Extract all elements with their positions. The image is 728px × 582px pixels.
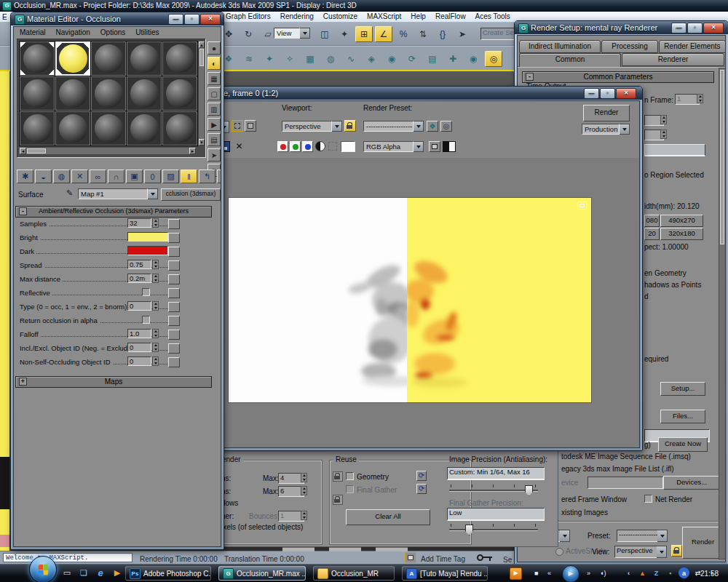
render-last-icon[interactable]: ◎ (485, 51, 502, 67)
resolution-preset-button-3[interactable]: 20 (644, 228, 660, 240)
clear-all-button[interactable]: Clear All (346, 509, 430, 525)
wmp-stop-button[interactable]: ■ (534, 570, 538, 577)
maximize-button[interactable]: ▫ (184, 14, 199, 25)
resolution-preset-button-2[interactable]: 490x270 (660, 215, 703, 227)
backlight-icon[interactable]: ◐ (207, 57, 221, 70)
refractions-spinner[interactable] (301, 486, 307, 495)
param-map-button[interactable] (168, 288, 180, 298)
param-spinner[interactable] (152, 329, 159, 338)
add-time-tag-label[interactable]: Add Time Tag (421, 555, 465, 563)
tray-app4-icon[interactable]: a (678, 567, 689, 578)
lock-icon[interactable] (333, 471, 343, 482)
slider-thumb[interactable] (525, 485, 533, 496)
clear-color-swatch[interactable] (341, 141, 355, 152)
param-spinner[interactable] (152, 343, 159, 352)
extras-toolbar-icon-3[interactable]: ✦ (261, 51, 278, 67)
extras-toolbar-icon-10[interactable]: ⟳ (403, 51, 421, 67)
skip-existing-fragment[interactable]: xisting Images (561, 509, 608, 517)
maximize-button[interactable]: ▫ (600, 88, 615, 99)
lock-icon[interactable] (333, 495, 343, 505)
tab-processing[interactable]: Processing (601, 40, 658, 53)
close-button[interactable]: ✕ (703, 23, 724, 33)
set-key-icon[interactable] (477, 554, 494, 562)
taskbar-task-occlusion-mr[interactable]: Occlusion_MR (313, 566, 395, 581)
rendered-frame-window-fragment[interactable]: ered Frame Window (561, 495, 627, 503)
wmp-next-button[interactable]: » (587, 570, 590, 577)
material-sample-slot[interactable] (55, 76, 90, 111)
param-value-field[interactable]: 0.2m (127, 274, 151, 283)
devices-button[interactable]: Devices... (663, 476, 720, 490)
material-sample-slot[interactable] (162, 111, 197, 146)
wmp-play-button[interactable]: ▶ (562, 565, 579, 582)
window-switcher-icon[interactable]: ❏ (78, 567, 90, 578)
review-render-icon[interactable]: ◉ (464, 51, 482, 67)
material-name-combo[interactable]: Map #1 (78, 188, 158, 199)
extras-toolbar-icon-5[interactable]: ▦ (301, 51, 319, 67)
assign-material-icon[interactable]: ◍ (53, 170, 70, 183)
material-editor-title-bar[interactable]: G Material Editor - Occlusion — ▫ ✕ (11, 12, 223, 25)
menu-item-maxscript[interactable]: MAXScript (367, 12, 401, 20)
viewport-combo[interactable]: Perspective (282, 121, 342, 132)
internet-explorer-icon[interactable]: e (95, 567, 106, 578)
material-sample-slot[interactable] (127, 41, 162, 76)
expand-icon[interactable]: + (19, 378, 27, 386)
make-copy-icon[interactable]: ∞ (90, 170, 106, 183)
nth-frame-field[interactable]: 1 (675, 94, 700, 105)
extras-toolbar-icon-6[interactable]: ◍ (322, 51, 339, 67)
taskbar-task-tuto-maya-rendu[interactable]: A[Tuto Maya] Rendu ... (402, 566, 488, 581)
slots-horizontal-scrollbar[interactable]: ◄ ► (19, 147, 197, 155)
snap-3d-icon[interactable]: ⊞ (355, 26, 373, 42)
param-spinner[interactable] (152, 301, 159, 311)
activeshade-radio[interactable] (555, 548, 563, 556)
options-fragment-2[interactable]: hadows as Points (644, 281, 701, 289)
final-gather-precision-slider[interactable] (449, 521, 538, 535)
nth-frame-spinner[interactable] (697, 94, 703, 103)
viewport-lock-button[interactable] (671, 545, 682, 557)
show-desktop-icon[interactable]: ▭ (61, 567, 73, 578)
reuse-final-gather-checkbox[interactable] (346, 485, 354, 493)
select-and-rotate-icon[interactable]: ↻ (240, 26, 257, 42)
chevron-down-icon[interactable] (332, 121, 342, 132)
chevron-down-icon[interactable] (560, 530, 570, 542)
chevron-down-icon[interactable] (620, 124, 630, 135)
param-map-button[interactable] (168, 343, 180, 354)
param-spinner[interactable] (152, 260, 159, 269)
param-color-swatch[interactable] (127, 232, 168, 242)
taskbar-task-occlusion-mr-max[interactable]: GOcclusion_MR.max ... (218, 566, 306, 581)
collapse-icon[interactable]: - (19, 207, 27, 215)
media-player-icon[interactable]: ▶ (111, 567, 123, 578)
wmp-taskband-icon[interactable]: ▶ (510, 567, 522, 580)
occlusion-parameters-rollout[interactable]: - Ambient/Reflective Occlusion (3dsmax) … (15, 206, 212, 218)
minimize-button[interactable]: — (671, 23, 687, 33)
material-sample-slot[interactable] (20, 111, 55, 146)
maxscript-mini-listener[interactable]: Welcome to MAXScript. (3, 553, 132, 562)
sample-uv-tiling-icon[interactable]: ▢ (207, 87, 221, 100)
tab-common[interactable]: Common (519, 53, 621, 67)
material-id-channel-icon[interactable]: 0 (144, 170, 161, 183)
extras-toolbar-icon-4[interactable]: ✧ (281, 51, 298, 67)
param-map-button[interactable] (168, 260, 180, 271)
start-orb[interactable] (29, 556, 57, 582)
material-sample-slot[interactable] (20, 76, 55, 111)
preset-field[interactable]: ------------------- (617, 530, 662, 542)
height-spinner[interactable] (660, 129, 667, 139)
me-menu-navigation[interactable]: Navigation (56, 28, 90, 36)
menu-item-graph-editors[interactable]: Graph Editors (226, 12, 271, 20)
render-button[interactable]: Render (583, 105, 630, 121)
minimize-button[interactable]: — (584, 88, 599, 99)
material-options-icon[interactable]: ▤ (207, 133, 221, 146)
show-map-in-viewport-icon[interactable]: ▨ (162, 170, 179, 183)
rendered-frame-title-bar[interactable]: e, frame 0 (1:2) — ▫ ✕ (183, 87, 642, 100)
minimize-button[interactable]: — (168, 14, 183, 25)
param-value-field[interactable]: 1.0 (127, 329, 151, 338)
render-preset-combo[interactable]: ----------------------- (363, 121, 424, 132)
chevron-down-icon[interactable] (414, 141, 424, 152)
tray-app3-icon[interactable]: ▪ (665, 567, 676, 578)
add-time-tag-icon[interactable] (405, 552, 416, 563)
render-setup-icon[interactable]: ❖ (427, 121, 438, 132)
wmp-previous-button[interactable]: « (547, 570, 551, 577)
tab-renderer[interactable]: Renderer (622, 53, 724, 66)
slider-thumb[interactable] (465, 525, 473, 535)
menu-item-rendering[interactable]: Rendering (280, 12, 314, 20)
delete-image-icon[interactable]: ✕ (234, 141, 245, 152)
